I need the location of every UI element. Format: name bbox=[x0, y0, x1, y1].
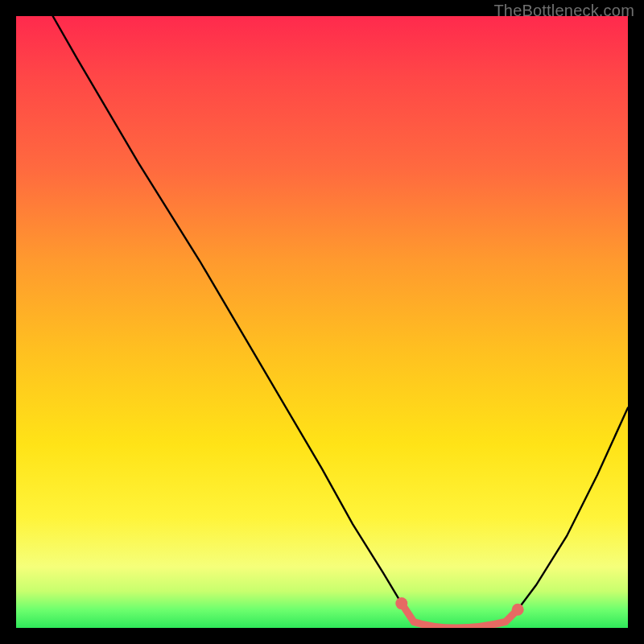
attribution-text: TheBottleneck.com bbox=[493, 2, 634, 20]
plot-area bbox=[16, 16, 628, 628]
bottleneck-curve-path bbox=[53, 16, 628, 628]
chart-frame: TheBottleneck.com bbox=[0, 0, 644, 644]
highlight-endpoint-right bbox=[512, 604, 524, 616]
highlight-segment-path bbox=[402, 604, 518, 628]
curve-svg bbox=[16, 16, 628, 628]
highlight-endpoint-left bbox=[395, 597, 407, 609]
